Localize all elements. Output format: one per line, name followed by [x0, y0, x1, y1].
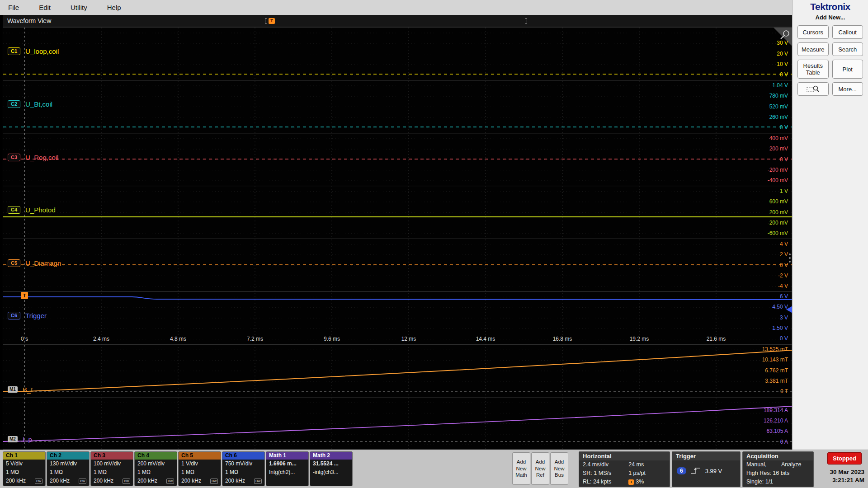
bottom-bar: Ch 1 5 V/div 1 MΩ 200 kHzBw Ch 2 130 mV/…: [0, 450, 868, 488]
time-label: 0 s: [6, 336, 42, 342]
menu-utility[interactable]: Utility: [71, 4, 87, 11]
menu-file[interactable]: File: [8, 4, 19, 11]
channel-name-m1: B_t: [23, 386, 33, 394]
scale-label: 400 mV: [734, 135, 788, 141]
zoom-button[interactable]: [797, 82, 829, 96]
scale-label: -2 V: [734, 272, 788, 279]
scale-label: -4 V: [734, 283, 788, 289]
time-label: 2.4 ms: [83, 336, 119, 342]
ch2-scale: 130 mV/div: [47, 460, 89, 468]
scale-label: 0 V: [734, 335, 788, 342]
ch4-badge[interactable]: Ch 4 200 mV/div 1 MΩ 200 kHzBw: [134, 451, 177, 486]
channel-row-m1[interactable]: M1 B_t: [8, 385, 33, 394]
panel-splitter-handle[interactable]: [788, 253, 791, 265]
datetime-display: 30 Mar 2023 3:21:21 AM: [806, 468, 864, 484]
ch6-bandwidth: 200 kHz: [225, 477, 245, 485]
scale-label: 200 mV: [734, 145, 788, 152]
ch5-impedance: 1 MΩ: [179, 468, 221, 477]
ch2-badge-header: Ch 2: [47, 452, 89, 460]
ch1-badge[interactable]: Ch 1 5 V/div 1 MΩ 200 kHzBw: [3, 451, 46, 486]
scale-label: 1.04 V: [734, 82, 788, 89]
math1-badge[interactable]: Math 1 1.6906 m... Intg(ch2)...: [266, 451, 309, 486]
ch2-impedance: 1 MΩ: [47, 468, 89, 477]
horizontal-scale: 2.4 ms/div: [583, 460, 628, 469]
callout-button[interactable]: Callout: [832, 25, 863, 39]
ch6-scale: 750 mV/div: [222, 460, 264, 468]
channel-badge-c6: C6: [8, 312, 20, 319]
channel-badge-c5: C5: [8, 259, 20, 267]
waveform-canvas[interactable]: [3, 28, 793, 450]
channel-row-c3[interactable]: C3 U_Rog,coil: [8, 153, 58, 161]
scale-label: 30 V: [734, 40, 788, 46]
bandwidth-limit-icon: Bw: [79, 479, 86, 484]
channel-row-c4[interactable]: C4 U_Photod: [8, 206, 56, 214]
trigger-panel[interactable]: Trigger 6 3.99 V: [672, 451, 741, 487]
tektronix-logo: Tektronix: [793, 1, 868, 12]
acquisition-single: Single: 1/1: [746, 478, 773, 486]
channel-row-c6[interactable]: C6 Trigger: [8, 311, 47, 319]
scale-label: 0 V: [734, 156, 788, 163]
ch2-badge[interactable]: Ch 2 130 mV/div 1 MΩ 200 kHzBw: [47, 451, 90, 486]
ch5-badge[interactable]: Ch 5 1 V/div 1 MΩ 200 kHzBw: [178, 451, 221, 486]
channel-row-c2[interactable]: C2 U_Bt,coil: [8, 100, 52, 108]
scale-label: 1 V: [734, 188, 788, 194]
date-value: 30 Mar 2023: [806, 468, 864, 476]
ch3-badge[interactable]: Ch 3 100 mV/div 1 MΩ 200 kHzBw: [90, 451, 133, 486]
time-label: 9.6 ms: [314, 336, 350, 342]
ch1-scale: 5 V/div: [3, 460, 45, 468]
minimap-trigger-marker[interactable]: T: [269, 18, 275, 24]
add-new-ref-button[interactable]: Add New Ref: [531, 452, 549, 485]
scale-label: -400 mV: [734, 177, 788, 183]
scale-label: 10.143 mT: [734, 357, 788, 363]
acquisition-mode: Manual,: [746, 460, 781, 469]
record-length: RL: 24 kpts: [583, 478, 628, 486]
menu-edit[interactable]: Edit: [39, 4, 51, 11]
bandwidth-limit-icon: Bw: [35, 479, 42, 484]
acquisition-panel-title: Acquisition: [743, 452, 813, 460]
search-button[interactable]: Search: [832, 42, 863, 56]
acquisition-panel[interactable]: Acquisition Manual, Analyze High Res: 16…: [742, 451, 814, 487]
minimap-line: [267, 21, 525, 21]
math2-badge[interactable]: Math 2 31.5524 ... -intg(ch3...: [310, 451, 353, 486]
sample-resolution: 1 µs/pt: [628, 469, 646, 478]
horizontal-window: 24 ms: [628, 460, 644, 469]
ch5-badge-header: Ch 5: [179, 452, 221, 460]
measure-button[interactable]: Measure: [797, 42, 829, 56]
add-new-heading: Add New...: [793, 14, 868, 21]
trigger-position-flag[interactable]: T: [21, 292, 28, 299]
math1-value: 1.6906 m...: [266, 460, 308, 468]
channel-badge-m2: M2: [8, 436, 18, 442]
ch6-badge[interactable]: Ch 6 750 mV/div 1 MΩ 200 kHzBw: [222, 451, 265, 486]
channel-row-c5[interactable]: C5 U_Diamagn: [8, 259, 61, 267]
scale-label: 3 V: [734, 314, 788, 321]
add-new-bus-button[interactable]: Add New Bus: [550, 452, 568, 485]
scale-label: 780 mV: [734, 93, 788, 99]
more-button[interactable]: More...: [832, 82, 863, 96]
horizontal-panel[interactable]: Horizontal 2.4 ms/div 24 ms SR: 1 MS/s 1…: [579, 451, 670, 487]
ch1-impedance: 1 MΩ: [3, 468, 45, 477]
channel-row-m2[interactable]: M2 I_p: [8, 435, 32, 443]
add-new-math-button[interactable]: Add New Math: [512, 452, 530, 485]
time-label: 4.8 ms: [160, 336, 196, 342]
scale-label: 126.210 A: [734, 418, 788, 424]
cursors-button[interactable]: Cursors: [797, 25, 829, 39]
trigger-position-value: T3%: [628, 478, 644, 486]
horizontal-panel-title: Horizontal: [579, 452, 670, 460]
channel-row-c1[interactable]: C1 U_loop,coil: [8, 47, 59, 55]
scale-label: -600 mV: [734, 230, 788, 236]
ch5-scale: 1 V/div: [179, 460, 221, 468]
scale-label: 2 V: [734, 251, 788, 258]
time-label: 14.4 ms: [467, 336, 504, 342]
time-label: 7.2 ms: [237, 336, 273, 342]
plot-button[interactable]: Plot: [832, 60, 863, 79]
scale-label: 0 V: [734, 71, 788, 78]
scale-label: 4.50 V: [734, 304, 788, 310]
trigger-panel-title: Trigger: [672, 452, 740, 460]
record-view-minimap[interactable]: T: [265, 18, 527, 24]
waveform-display[interactable]: C1 U_loop,coil C2 U_Bt,coil C3 U_Rog,coi…: [3, 27, 792, 450]
scale-label: 6.762 mT: [734, 367, 788, 374]
channel-name-c2: U_Bt,coil: [25, 100, 52, 108]
menu-help[interactable]: Help: [107, 4, 121, 11]
results-table-button[interactable]: Results Table: [797, 60, 829, 79]
acquisition-analyze: Analyze: [781, 460, 801, 469]
